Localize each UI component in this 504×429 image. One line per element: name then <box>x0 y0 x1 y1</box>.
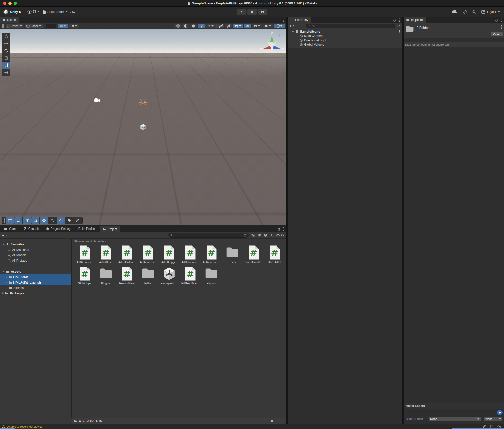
transform-tool-button[interactable] <box>2 69 10 76</box>
debugger-disabled-icon[interactable] <box>482 425 486 428</box>
disclosure-down-icon[interactable] <box>2 244 5 245</box>
scene-kebab-icon[interactable] <box>283 19 284 22</box>
play-button[interactable] <box>237 9 246 15</box>
panel-lock-icon[interactable] <box>393 19 396 22</box>
status-warning-text[interactable]: Unable to reconnect device. <box>7 425 43 428</box>
panel-kebab-icon[interactable] <box>283 227 284 231</box>
tab-hierarchy[interactable]: Hierarchy <box>288 17 311 23</box>
move-overlay-button[interactable] <box>57 217 65 224</box>
tree-favorites[interactable]: Favorites <box>0 242 71 247</box>
hierarchy-item-global-volume[interactable]: Global Volume <box>288 42 402 47</box>
tree-folder-hiveadkit-example[interactable]: HIVEAdKit_Example <box>0 280 71 285</box>
panel-lock-icon[interactable] <box>277 227 280 231</box>
draw-mode-shaded-button[interactable] <box>182 24 189 28</box>
thumbnail-size-slider[interactable] <box>262 421 279 421</box>
assetbundle-dropdown[interactable]: None <box>428 417 481 421</box>
gizmos-dropdown[interactable] <box>274 24 285 28</box>
search-by-label-icon[interactable] <box>258 233 261 237</box>
tree-folder-hiveadkit[interactable]: HIVEAdKit <box>0 274 71 280</box>
asset-item[interactable]: RewardItem <box>116 266 137 285</box>
grid-snap-toggle[interactable] <box>69 24 79 28</box>
asset-item[interactable]: Editor <box>222 245 243 264</box>
scene-viewport[interactable]: y x z Persp <box>0 29 286 225</box>
asset-item[interactable]: Editor <box>137 266 158 285</box>
effects-dropdown-toggle[interactable] <box>233 24 243 28</box>
tree-assets[interactable]: Assets <box>0 269 71 274</box>
tab-project-settings[interactable]: Project Settings <box>43 226 75 232</box>
slider-knob[interactable] <box>271 420 273 422</box>
rect-tool-button[interactable] <box>2 62 10 69</box>
orientation-overlay-button[interactable] <box>74 217 82 224</box>
panel-kebab-icon[interactable] <box>501 18 502 22</box>
overlay-drag-handle[interactable] <box>3 218 5 223</box>
unity-hub-button[interactable]: Unity 6 <box>3 9 21 15</box>
volume-gizmo-icon[interactable] <box>140 124 146 130</box>
toolbar-drag-handle[interactable] <box>2 24 4 28</box>
skybox-toggle[interactable] <box>198 24 205 28</box>
tree-packages[interactable]: Packages <box>0 290 71 296</box>
scene-visibility-toggle[interactable] <box>244 24 251 28</box>
orientation-gizmo[interactable]: y x z <box>258 31 286 57</box>
tab-game[interactable]: Game <box>1 226 21 232</box>
tree-all-prefabs[interactable]: All Prefabs <box>0 258 71 263</box>
light-gizmo-icon[interactable] <box>139 98 147 106</box>
tool-handle-pivot-dropdown[interactable]: Pivot <box>6 24 23 28</box>
assetbundle-variant-dropdown[interactable]: None <box>484 417 503 421</box>
asset-item[interactable]: HIVEAdKitE... <box>180 266 201 285</box>
tools-overlay-handle[interactable] <box>3 30 10 33</box>
project-search-field[interactable] <box>168 233 249 238</box>
close-window-button[interactable] <box>3 2 6 5</box>
vfx-overlay-button[interactable] <box>40 217 48 224</box>
add-label-button[interactable] <box>497 410 503 415</box>
asset-item[interactable]: AdKitBase <box>95 245 116 264</box>
zoom-window-button[interactable] <box>14 2 17 5</box>
asset-item[interactable]: AdKitCallba... <box>116 245 137 264</box>
camera-overlay-button[interactable] <box>65 217 73 224</box>
hierarchy-search-field[interactable] <box>306 24 395 28</box>
open-search-window-icon[interactable] <box>397 24 401 28</box>
tab-console[interactable]: Console <box>21 226 43 232</box>
tool-handle-rotation-dropdown[interactable]: Local <box>25 24 43 28</box>
disclosure-right-icon[interactable] <box>6 281 7 284</box>
layout-menu[interactable]: Layout <box>481 10 500 14</box>
disclosure-down-icon[interactable] <box>2 271 5 272</box>
layers-dropdown[interactable] <box>252 24 262 28</box>
cloud-services-icon[interactable] <box>452 10 457 14</box>
search-overlay-button[interactable] <box>48 217 56 224</box>
search-by-type-icon[interactable] <box>251 233 255 237</box>
draw-mode-wireframe-button[interactable] <box>174 24 181 28</box>
flare-effects-dropdown[interactable] <box>205 24 216 28</box>
lighting-toggle[interactable] <box>190 24 197 28</box>
scene-kebab-icon[interactable] <box>399 30 400 33</box>
hand-tool-button[interactable] <box>2 33 10 40</box>
view-shading-overlay-button[interactable] <box>31 217 39 224</box>
cache-disabled-icon[interactable] <box>490 425 494 428</box>
search-by-importance-icon[interactable] <box>264 233 267 237</box>
version-control-button[interactable] <box>70 10 75 14</box>
asset-item[interactable]: AdKitBanner <box>74 245 95 264</box>
panel-kebab-icon[interactable] <box>399 18 400 22</box>
asset-item[interactable]: AdKitLogger <box>158 245 180 264</box>
asset-item[interactable]: Plugins <box>201 266 222 285</box>
disclosure-right-icon[interactable] <box>2 292 4 295</box>
scale-tool-button[interactable] <box>2 54 10 62</box>
disclosure-right-icon[interactable] <box>6 276 7 278</box>
validation-check-icon[interactable] <box>497 425 501 428</box>
search-icon[interactable] <box>472 10 476 14</box>
asset-item[interactable]: AdKitInters... <box>137 245 158 264</box>
tab-scene[interactable]: Scene <box>0 17 19 23</box>
move-tool-button[interactable] <box>2 40 10 47</box>
favorites-star-icon[interactable] <box>270 233 273 237</box>
hierarchy-scene-row[interactable]: SampleScene <box>288 29 402 34</box>
tree-all-models[interactable]: All Models <box>0 252 71 258</box>
asset-item[interactable]: JSONObject <box>74 266 95 285</box>
history-icon[interactable] <box>463 10 467 14</box>
open-button[interactable]: Open <box>491 32 503 36</box>
asset-item[interactable]: HIVEAdKit <box>264 245 285 264</box>
hierarchy-search-input[interactable] <box>312 24 394 28</box>
asset-store-menu[interactable]: Asset Store <box>42 10 67 14</box>
rotate-tool-button[interactable] <box>2 47 10 54</box>
asset-item[interactable]: AdKitRewar... <box>180 245 201 264</box>
disclosure-down-icon[interactable] <box>291 31 294 32</box>
twod-mode-toggle[interactable]: 2D <box>217 24 224 28</box>
